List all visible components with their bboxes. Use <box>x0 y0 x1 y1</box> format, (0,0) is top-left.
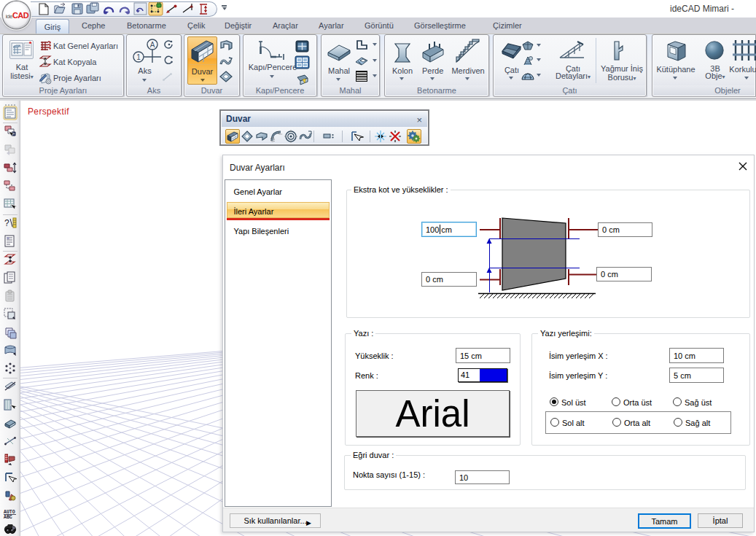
svg-text:?: ? <box>4 218 9 228</box>
svg-text:ABC: ABC <box>4 515 12 520</box>
svg-text:1: 1 <box>136 53 141 61</box>
svg-text:AUTO: AUTO <box>4 510 15 515</box>
svg-text:A: A <box>150 41 155 49</box>
